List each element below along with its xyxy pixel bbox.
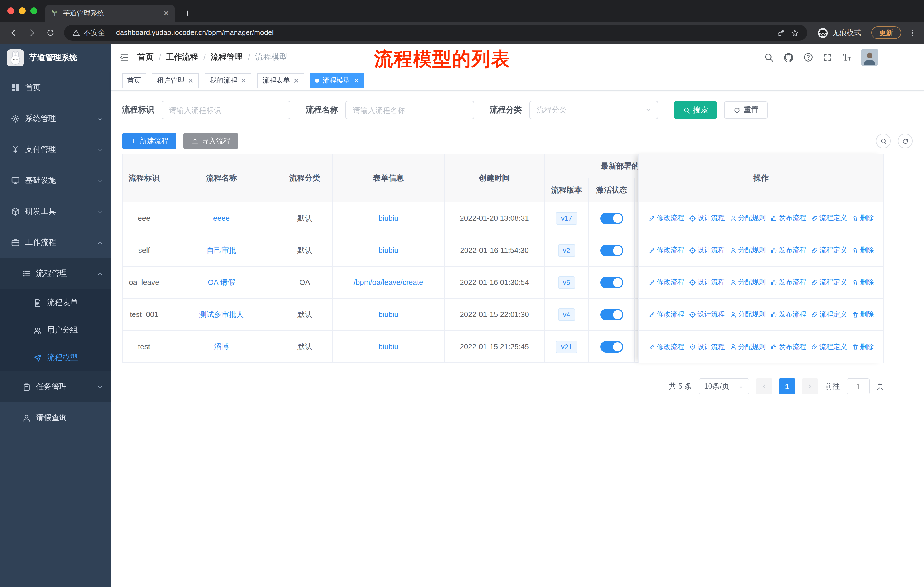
close-icon[interactable]: ✕	[293, 76, 299, 84]
close-icon[interactable]: ✕	[241, 76, 246, 84]
process-name-link[interactable]: 滔博	[214, 341, 229, 352]
next-page-button[interactable]	[802, 378, 818, 394]
process-category-select[interactable]: 流程分类	[529, 101, 658, 119]
tag-process-form[interactable]: 流程表单✕	[257, 73, 304, 88]
sidebar-item-home[interactable]: 首页	[0, 72, 111, 103]
fullscreen-button[interactable]	[823, 53, 832, 62]
publish-flow-link[interactable]: 发布流程	[770, 245, 806, 255]
sidebar-fold-button[interactable]	[119, 52, 129, 62]
sidebar-item-process-mgmt[interactable]: 流程管理	[0, 258, 111, 289]
import-process-button[interactable]: 导入流程	[183, 133, 238, 149]
goto-page-input[interactable]	[846, 378, 870, 394]
security-indicator[interactable]: 不安全	[72, 28, 105, 38]
process-id-input[interactable]	[162, 101, 290, 119]
form-link[interactable]: /bpm/oa/leave/create	[354, 278, 423, 287]
delete-link[interactable]: 删除	[851, 342, 874, 352]
update-browser-button[interactable]: 更新	[871, 26, 901, 39]
assign-rule-link[interactable]: 分配规则	[729, 245, 766, 255]
assign-rule-link[interactable]: 分配规则	[729, 213, 766, 223]
modify-flow-link[interactable]: 修改流程	[648, 213, 684, 223]
sidebar-item-infra[interactable]: 基础设施	[0, 165, 111, 196]
status-toggle[interactable]	[600, 341, 623, 352]
process-name-link[interactable]: OA 请假	[208, 277, 235, 288]
design-flow-link[interactable]: 设计流程	[689, 342, 725, 352]
publish-flow-link[interactable]: 发布流程	[770, 309, 806, 319]
tag-process-model-active[interactable]: 流程模型✕	[310, 73, 364, 88]
header-search-button[interactable]	[764, 52, 774, 63]
form-link[interactable]: biubiu	[378, 342, 398, 351]
user-avatar[interactable]	[861, 49, 878, 66]
close-window-button[interactable]	[7, 7, 14, 14]
forward-button[interactable]	[24, 25, 40, 41]
refresh-table-button[interactable]	[898, 134, 912, 149]
sidebar-item-process-form[interactable]: 流程表单	[0, 289, 111, 316]
app-logo[interactable]: 芋道管理系统	[0, 43, 111, 72]
form-link[interactable]: biubiu	[378, 246, 398, 255]
publish-flow-link[interactable]: 发布流程	[770, 278, 806, 287]
modify-flow-link[interactable]: 修改流程	[648, 342, 684, 352]
zoom-window-button[interactable]	[30, 7, 37, 14]
status-toggle[interactable]	[600, 276, 623, 288]
delete-link[interactable]: 删除	[851, 213, 874, 223]
sidebar-item-process-model[interactable]: 流程模型	[0, 344, 111, 372]
sidebar-item-system[interactable]: 系统管理	[0, 103, 111, 134]
status-toggle[interactable]	[600, 309, 623, 320]
tab-close-icon[interactable]: ✕	[163, 9, 170, 17]
back-button[interactable]	[6, 25, 22, 41]
sidebar-item-task-mgmt[interactable]: 任务管理	[0, 372, 111, 402]
modify-flow-link[interactable]: 修改流程	[648, 245, 684, 255]
close-icon[interactable]: ✕	[353, 76, 359, 84]
modify-flow-link[interactable]: 修改流程	[648, 278, 684, 287]
bookmark-star-icon[interactable]	[790, 28, 799, 37]
browser-tab[interactable]: 芋道管理系统 ✕	[45, 5, 175, 22]
form-link[interactable]: biubiu	[378, 310, 398, 319]
minimize-window-button[interactable]	[19, 7, 26, 14]
sidebar-item-devtools[interactable]: 研发工具	[0, 196, 111, 227]
form-link[interactable]: biubiu	[378, 214, 398, 222]
assign-rule-link[interactable]: 分配规则	[729, 309, 766, 319]
address-bar[interactable]: 不安全 dashboard.yudao.iocoder.cn/bpm/manag…	[64, 25, 807, 41]
publish-flow-link[interactable]: 发布流程	[770, 342, 806, 352]
flow-definition-link[interactable]: 流程定义	[811, 309, 847, 319]
tag-home[interactable]: 首页	[122, 73, 146, 88]
password-key-icon[interactable]	[777, 28, 785, 37]
reload-button[interactable]	[42, 25, 58, 41]
flow-definition-link[interactable]: 流程定义	[811, 245, 847, 255]
new-tab-button[interactable]	[183, 9, 191, 17]
close-icon[interactable]: ✕	[188, 76, 194, 84]
delete-link[interactable]: 删除	[851, 278, 874, 287]
toggle-search-button[interactable]	[876, 134, 891, 149]
reset-button[interactable]: 重置	[724, 101, 767, 119]
design-flow-link[interactable]: 设计流程	[689, 245, 725, 255]
prev-page-button[interactable]	[756, 378, 772, 394]
design-flow-link[interactable]: 设计流程	[689, 213, 725, 223]
flow-definition-link[interactable]: 流程定义	[811, 213, 847, 223]
modify-flow-link[interactable]: 修改流程	[648, 309, 684, 319]
help-button[interactable]	[803, 52, 813, 63]
process-name-input[interactable]	[345, 101, 474, 119]
design-flow-link[interactable]: 设计流程	[689, 309, 725, 319]
sidebar-item-workflow[interactable]: 工作流程	[0, 227, 111, 258]
status-toggle[interactable]	[600, 245, 623, 256]
sidebar-item-user-group[interactable]: 用户分组	[0, 316, 111, 344]
flow-definition-link[interactable]: 流程定义	[811, 278, 847, 287]
create-process-button[interactable]: 新建流程	[122, 133, 177, 149]
design-flow-link[interactable]: 设计流程	[689, 278, 725, 287]
flow-definition-link[interactable]: 流程定义	[811, 342, 847, 352]
browser-menu-button[interactable]	[907, 28, 918, 38]
process-name-link[interactable]: 自己审批	[206, 245, 236, 255]
breadcrumb-workflow[interactable]: 工作流程	[166, 52, 198, 62]
search-button[interactable]: 搜索	[674, 101, 717, 119]
process-name-link[interactable]: 测试多审批人	[199, 309, 244, 319]
github-link[interactable]	[783, 52, 794, 63]
assign-rule-link[interactable]: 分配规则	[729, 278, 766, 287]
tag-my-process[interactable]: 我的流程✕	[205, 73, 251, 88]
current-page-button[interactable]: 1	[779, 378, 795, 394]
process-name-link[interactable]: eeee	[213, 214, 230, 222]
breadcrumb-home[interactable]: 首页	[137, 52, 153, 62]
status-toggle[interactable]	[600, 212, 623, 224]
delete-link[interactable]: 删除	[851, 309, 874, 319]
breadcrumb-process-mgmt[interactable]: 流程管理	[211, 52, 243, 62]
sidebar-item-payment[interactable]: 支付管理	[0, 134, 111, 165]
assign-rule-link[interactable]: 分配规则	[729, 342, 766, 352]
